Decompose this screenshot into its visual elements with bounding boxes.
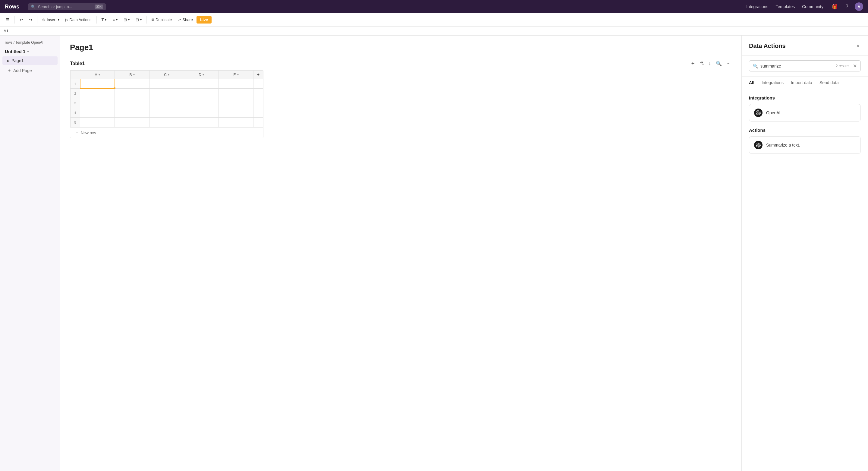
cell-e3[interactable] — [219, 98, 253, 108]
breadcrumb-parent: rows — [5, 40, 12, 45]
duplicate-icon: ⧉ — [152, 18, 154, 22]
cell-b4[interactable] — [115, 108, 150, 118]
cell-d1[interactable] — [184, 79, 219, 89]
action-openai-logo-svg — [756, 143, 761, 147]
view-button[interactable]: ⊟ ▾ — [133, 16, 144, 24]
top-nav: Rows 🔍 Search or jump to... ⌘K Integrati… — [0, 0, 868, 13]
cell-a1[interactable] — [80, 79, 115, 89]
cell-a4[interactable] — [80, 108, 115, 118]
live-button[interactable]: Live — [196, 16, 212, 24]
nav-integrations[interactable]: Integrations — [746, 4, 768, 9]
share-button[interactable]: ↗ Share — [176, 16, 195, 24]
cell-b2[interactable] — [115, 89, 150, 98]
tab-send-data[interactable]: Send data — [819, 77, 839, 89]
cell-b1[interactable] — [115, 79, 150, 89]
cell-c4[interactable] — [150, 108, 184, 118]
data-actions-button[interactable]: ▷ Data Actions — [63, 16, 94, 24]
duplicate-button[interactable]: ⧉ Duplicate — [149, 16, 174, 24]
table-smart-fill-button[interactable]: ✦ — [689, 59, 696, 67]
panel-header: Data Actions × — [742, 36, 868, 56]
col-header-b[interactable]: B ▾ — [115, 70, 150, 79]
undo-button[interactable]: ↩ — [17, 16, 25, 24]
cell-b3[interactable] — [115, 98, 150, 108]
search-clear-button[interactable]: ✕ — [853, 63, 857, 69]
align-icon: ≡ — [113, 18, 115, 22]
cell-d4[interactable] — [184, 108, 219, 118]
add-page-button[interactable]: ＋ Add Page — [2, 66, 58, 75]
user-avatar[interactable]: A — [855, 2, 863, 11]
gift-icon[interactable]: 🎁 — [831, 2, 839, 11]
row-num-header — [70, 70, 80, 79]
cell-d2[interactable] — [184, 89, 219, 98]
cell-c2[interactable] — [150, 89, 184, 98]
add-column-button[interactable]: + — [253, 70, 263, 79]
document-title: Untitled 1 — [5, 49, 25, 54]
table-sort-button[interactable]: ↕ — [707, 60, 712, 67]
cell-ref-bar: A1 — [0, 27, 868, 36]
cell-b5[interactable] — [115, 118, 150, 127]
cell-e5[interactable] — [219, 118, 253, 127]
tab-all[interactable]: All — [749, 77, 754, 89]
cell-a3[interactable] — [80, 98, 115, 108]
table-actions: ✦ ⚗ ↕ 🔍 ··· — [689, 59, 732, 67]
table-more-button[interactable]: ··· — [725, 60, 732, 67]
col-header-c[interactable]: C ▾ — [150, 70, 184, 79]
insert-caret-icon: ▾ — [58, 18, 59, 22]
cell-e4[interactable] — [219, 108, 253, 118]
table-search-button[interactable]: 🔍 — [715, 59, 723, 67]
nav-icons: 🎁 ? A — [831, 2, 863, 11]
sidebar-toggle-button[interactable]: ☰ — [4, 16, 12, 24]
add-row-button[interactable]: ＋ New row — [70, 127, 263, 138]
cell-drag-handle[interactable] — [114, 87, 116, 89]
table-filter-button[interactable]: ⚗ — [698, 59, 705, 67]
content-area: Page1 Table1 ✦ ⚗ ↕ 🔍 ··· A — [60, 36, 741, 471]
plus-icon: ⊕ — [42, 18, 45, 22]
actions-section: Actions Summarize a text. — [749, 127, 861, 154]
nav-community[interactable]: Community — [802, 4, 824, 9]
row-num-2: 2 — [70, 89, 80, 98]
cell-a5[interactable] — [80, 118, 115, 127]
global-search[interactable]: 🔍 Search or jump to... ⌘K — [28, 3, 106, 10]
duplicate-label: Duplicate — [156, 18, 172, 22]
cell-e1[interactable] — [219, 79, 253, 89]
search-icon: 🔍 — [31, 4, 36, 9]
view-icon: ⊟ — [135, 18, 139, 22]
toolbar-divider-3 — [96, 16, 97, 24]
action-openai-icon — [754, 141, 763, 149]
cell-e2[interactable] — [219, 89, 253, 98]
cell-c5[interactable] — [150, 118, 184, 127]
text-format-button[interactable]: T ▾ — [99, 16, 109, 24]
share-icon: ↗ — [178, 18, 181, 22]
col-c-label: C — [164, 73, 167, 77]
document-title-row[interactable]: Untitled 1 ▾ — [0, 47, 60, 56]
col-header-a[interactable]: A ▾ — [80, 70, 115, 79]
cell-c1[interactable] — [150, 79, 184, 89]
cell-d3[interactable] — [184, 98, 219, 108]
breadcrumb-current: Template OpenAI — [16, 40, 43, 45]
cell-c3[interactable] — [150, 98, 184, 108]
panel-tabs: All Integrations Import data Send data — [742, 77, 868, 89]
integration-card-openai[interactable]: OpenAI — [749, 104, 861, 121]
help-icon[interactable]: ? — [843, 2, 851, 11]
tab-integrations[interactable]: Integrations — [762, 77, 784, 89]
col-header-d[interactable]: D ▾ — [184, 70, 219, 79]
nav-templates[interactable]: Templates — [775, 4, 795, 9]
panel-title: Data Actions — [749, 42, 855, 50]
table-row: 2 — [70, 89, 263, 98]
cell-d5[interactable] — [184, 118, 219, 127]
data-table: A ▾ B ▾ C — [70, 70, 263, 127]
align-button[interactable]: ≡ ▾ — [110, 16, 120, 24]
panel-close-button[interactable]: × — [855, 41, 861, 50]
sidebar-item-page1[interactable]: ▶ Page1 — [2, 56, 58, 65]
redo-button[interactable]: ↪ — [27, 16, 35, 24]
cell-a2[interactable] — [80, 89, 115, 98]
table-format-button[interactable]: ⊞ ▾ — [121, 16, 132, 24]
col-header-e[interactable]: E ▾ — [219, 70, 253, 79]
col-d-label: D — [198, 73, 201, 77]
tab-import-data[interactable]: Import data — [791, 77, 812, 89]
action-card-summarize[interactable]: Summarize a text. — [749, 136, 861, 154]
insert-button[interactable]: ⊕ Insert ▾ — [40, 16, 62, 24]
panel-search-input[interactable] — [761, 64, 833, 68]
top-nav-right: Integrations Templates Community 🎁 ? A — [746, 2, 863, 11]
col-d-caret-icon: ▾ — [203, 73, 204, 76]
